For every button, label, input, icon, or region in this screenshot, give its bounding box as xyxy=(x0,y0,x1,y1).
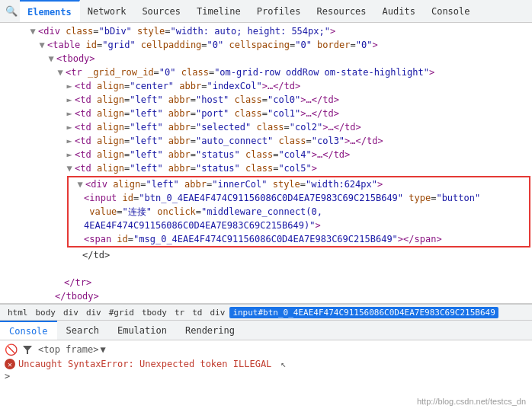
tab-resources[interactable]: Resources xyxy=(309,0,375,22)
code-line[interactable] xyxy=(0,262,532,276)
code-line[interactable]: ▼ <td align="left" abbr="status" class="… xyxy=(0,161,532,175)
breadcrumb-td[interactable]: td xyxy=(189,307,205,318)
watermark: http://blog.csdn.net/testcs_dn xyxy=(417,397,526,406)
toggle-icon[interactable]: ▼ xyxy=(75,177,85,191)
code-line[interactable]: ► <td align="left" abbr="auto_connect" c… xyxy=(0,134,532,148)
toggle-icon[interactable]: ► xyxy=(64,148,75,161)
toggle-icon[interactable]: ► xyxy=(64,93,75,107)
tab-console[interactable]: Console xyxy=(424,0,479,22)
code-line[interactable]: <span id="msg_0_4EAE4F474C91156086C0D4EA… xyxy=(69,232,529,246)
code-line[interactable]: 4EAE4F474C91156086C0D4EA7E983C69C215B649… xyxy=(69,219,529,232)
code-line[interactable]: ▼ <tbody> xyxy=(0,52,532,65)
code-line[interactable]: value="连接" onclick="middleware_connect(0… xyxy=(69,205,529,219)
tab-audits[interactable]: Audits xyxy=(375,0,424,22)
breadcrumb-div1[interactable]: div xyxy=(60,307,82,318)
toggle-icon[interactable]: ▼ xyxy=(64,161,75,175)
console-prompt: > xyxy=(5,371,10,382)
console-input-line[interactable]: > xyxy=(5,371,527,382)
cursor-pointer: ↖ xyxy=(280,359,286,369)
code-line[interactable]: ► <td align="left" abbr="selected" class… xyxy=(0,120,532,134)
code-line[interactable]: ▼ <div align="left" abbr="innerCol" styl… xyxy=(69,177,529,191)
error-icon: ✕ xyxy=(5,359,15,369)
code-line[interactable]: ► <td align="center" abbr="indexCol" >…<… xyxy=(0,79,532,93)
toggle-icon[interactable]: ► xyxy=(64,134,75,148)
code-line[interactable]: ► <td align="left" abbr="host" class="co… xyxy=(0,93,532,107)
code-line[interactable]: ▼ <table id="grid" cellpadding="0" cells… xyxy=(0,38,532,52)
filter-icon[interactable] xyxy=(21,343,34,356)
breadcrumb-tbody[interactable]: tbody xyxy=(139,307,170,318)
breadcrumb-body[interactable]: body xyxy=(33,307,59,318)
code-line[interactable]: ▼ <div class="bDiv" style="width: auto; … xyxy=(0,24,532,38)
highlighted-node: ▼ <div align="left" abbr="innerCol" styl… xyxy=(67,176,530,248)
code-line[interactable]: </tbody> xyxy=(0,289,532,303)
search-icon-btn[interactable]: 🔍 xyxy=(3,3,20,20)
elements-panel[interactable]: ▼ <div class="bDiv" style="width: auto; … xyxy=(0,23,532,304)
toggle-icon[interactable]: ► xyxy=(64,79,75,93)
toggle-icon[interactable]: ▼ xyxy=(27,24,38,38)
toggle-icon[interactable]: ► xyxy=(64,107,75,120)
tab-timeline[interactable]: Timeline xyxy=(189,0,249,22)
dropdown-icon: ▼ xyxy=(100,344,105,355)
tab-elements[interactable]: Elements xyxy=(20,0,80,22)
tab-bar: 🔍 Elements Network Sources Timeline Prof… xyxy=(0,0,532,23)
breadcrumb-html[interactable]: html xyxy=(5,307,31,318)
toggle-icon[interactable]: ▼ xyxy=(37,38,47,52)
tab-profiles[interactable]: Profiles xyxy=(249,0,309,22)
console-toolbar: 🚫 <top frame> ▼ xyxy=(5,343,527,356)
tab-sources[interactable]: Sources xyxy=(134,0,189,22)
code-line[interactable]: ► <td align="left" abbr="port" class="co… xyxy=(0,107,532,120)
error-line: ✕ Uncaught SyntaxError: Unexpected token… xyxy=(5,359,527,369)
breadcrumb-tr[interactable]: tr xyxy=(171,307,187,318)
breadcrumb-input[interactable]: input#btn_0_4EAE4F474C91156086C0D4EA7E98… xyxy=(229,307,498,318)
bottom-tab-search[interactable]: Search xyxy=(57,321,108,340)
code-line[interactable]: </td> xyxy=(0,248,532,262)
toggle-icon[interactable]: ▼ xyxy=(55,65,66,79)
console-input[interactable] xyxy=(13,371,318,382)
elements-wrapper: ▼ <div class="bDiv" style="width: auto; … xyxy=(0,23,532,321)
toggle-icon[interactable]: ► xyxy=(64,120,75,134)
bottom-tab-console[interactable]: Console xyxy=(0,321,57,340)
bottom-tabs: Console Search Emulation Rendering xyxy=(0,321,532,340)
clear-console-button[interactable]: 🚫 xyxy=(5,343,17,356)
breadcrumb-grid[interactable]: #grid xyxy=(106,307,137,318)
frame-selector[interactable]: <top frame> ▼ xyxy=(38,344,106,355)
code-line[interactable]: ► <td align="left" abbr="status" class="… xyxy=(0,148,532,161)
code-line[interactable]: <input id="btn_0_4EAE4F474C91156086C0D4E… xyxy=(69,191,529,205)
code-line[interactable]: </tr> xyxy=(0,276,532,289)
bottom-tab-emulation[interactable]: Emulation xyxy=(108,321,176,340)
breadcrumb-bar: html body div div #grid tbody tr td div … xyxy=(0,304,532,321)
toggle-icon[interactable]: ▼ xyxy=(46,52,56,65)
code-line[interactable]: ▼ <tr _grid_row_id="0" class="om-grid-ro… xyxy=(0,65,532,79)
svg-marker-0 xyxy=(23,346,32,354)
breadcrumb-div3[interactable]: div xyxy=(207,307,229,318)
breadcrumb-div2[interactable]: div xyxy=(83,307,104,318)
bottom-tab-rendering[interactable]: Rendering xyxy=(176,321,244,340)
tab-network[interactable]: Network xyxy=(80,0,135,22)
main-area: ▼ <div class="bDiv" style="width: auto; … xyxy=(0,23,532,412)
